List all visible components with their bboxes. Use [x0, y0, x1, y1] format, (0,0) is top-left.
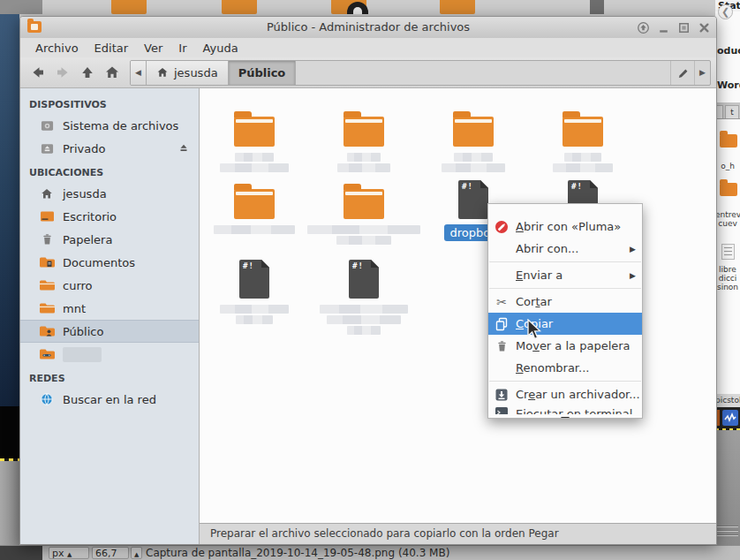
redacted-line	[307, 225, 420, 234]
sidebar-item-escritorio[interactable]: Escritorio	[20, 205, 199, 228]
back-icon[interactable]	[26, 61, 50, 85]
sidebar-item-buscar-en-la-red[interactable]: Buscar en la red	[20, 388, 199, 411]
redacted-line	[553, 163, 613, 172]
file-item-script[interactable]: #!	[314, 260, 413, 335]
redacted-label	[63, 347, 102, 362]
sidebar-item-privado[interactable]: Privado	[20, 137, 199, 160]
titlebar[interactable]: Público - Administrador de archivos	[20, 17, 716, 39]
context-menu-item-copiar[interactable]: Copiar	[488, 313, 642, 335]
desktop-wallpaper	[0, 14, 19, 406]
minimize-icon[interactable]	[656, 20, 670, 34]
sidebar-item-p-blico[interactable]: Público	[20, 320, 199, 343]
sidebar-item-redacted[interactable]	[20, 343, 199, 366]
breadcrumb-home-button[interactable]: jesusda	[147, 61, 229, 85]
script-badge: #!	[243, 261, 254, 270]
file-item-folder[interactable]	[424, 108, 523, 172]
context-menu-item-abrir-con-pluma[interactable]: Abrir con «Pluma»	[488, 216, 642, 238]
context-menu-item-renombrar[interactable]: Renombrar...	[488, 357, 642, 379]
menubar-item-archivo[interactable]: Archivo	[27, 40, 87, 57]
file-item-folder[interactable]	[205, 180, 304, 234]
folder-icon	[344, 117, 384, 147]
redacted-file-label	[214, 225, 295, 234]
background-folder-icon	[222, 0, 257, 14]
submenu-arrow-icon: ▶	[630, 245, 636, 254]
close-icon[interactable]	[697, 20, 711, 34]
screen: Status ❮ oduct Words t o_h entrev cuev l…	[0, 0, 740, 560]
script-badge: #!	[462, 182, 473, 191]
script-file-icon: #!	[239, 260, 269, 299]
breadcrumb: ◀ jesusda Público ▶	[130, 60, 711, 86]
sidebar-item-curro[interactable]: curro	[20, 274, 199, 297]
background-window-edge	[0, 461, 19, 545]
menubar-item-ver[interactable]: Ver	[136, 40, 170, 57]
eject-button[interactable]	[177, 141, 191, 155]
no-icon	[494, 242, 510, 256]
file-item-folder[interactable]	[314, 180, 413, 245]
trash-icon	[494, 339, 510, 353]
context-menu-item-mover-a-la-papelera[interactable]: Mover a la papelera	[488, 335, 642, 357]
menu-item-label: Abrir con «Pluma»	[516, 220, 621, 233]
sidebar-section-header: DISPOSITIVOS	[20, 92, 199, 114]
drive-icon	[39, 118, 55, 132]
redacted-line	[347, 326, 381, 335]
grip-ridge	[717, 526, 738, 527]
menu-item-label: Abrir con...	[516, 242, 578, 255]
redacted-line	[214, 225, 295, 234]
context-menu-item-abrir-con[interactable]: Abrir con...▶	[488, 238, 642, 260]
pluma-icon	[494, 220, 510, 234]
menubar-item-editar[interactable]: Editar	[87, 40, 137, 57]
toolbar: ◀ jesusda Público ▶	[20, 57, 716, 88]
sidebar-item-jesusda[interactable]: jesusda	[20, 182, 199, 205]
file-item-folder[interactable]	[314, 108, 413, 172]
menubar: ArchivoEditarVerIrAyuda	[20, 38, 716, 57]
spinner-arrow-icon[interactable]: ▲	[134, 551, 139, 558]
redacted-line	[336, 236, 391, 245]
menu-separator	[489, 288, 641, 289]
zoom-spinner[interactable]: ▲	[131, 547, 142, 559]
zoom-field[interactable]: 66,7 %	[92, 547, 129, 559]
menu-scroll-down[interactable]	[488, 414, 642, 419]
sidebar-item-documentos[interactable]: Documentos	[20, 251, 199, 274]
script-file-icon: #!	[458, 180, 488, 219]
spinner-arrow-icon[interactable]: ▲	[67, 551, 72, 558]
window-controls	[636, 20, 711, 34]
sidebar-item-label: jesusda	[63, 187, 107, 201]
unit-select[interactable]: px ▲	[49, 547, 89, 559]
up-icon[interactable]	[75, 61, 100, 85]
redacted-line	[320, 305, 408, 314]
context-menu-item-enviar-a[interactable]: Enviar a▶	[488, 264, 642, 286]
gimp-canvas-edge	[0, 406, 19, 458]
sidebar-item-mnt[interactable]: mnt	[20, 297, 199, 320]
file-item-script[interactable]: #!	[205, 260, 304, 324]
sidebar-item-sistema-de-archivos[interactable]: Sistema de archivos	[20, 114, 199, 137]
context-menu-item-ejecutar-en-terminal[interactable]: Ejecutar en terminal	[488, 405, 642, 414]
trash-icon	[39, 232, 55, 246]
menubar-item-ir[interactable]: Ir	[170, 40, 194, 57]
breadcrumb-current-button[interactable]: Público	[229, 61, 297, 85]
background-tab-bar: t	[715, 102, 740, 119]
folder-public-icon	[39, 324, 55, 338]
background-file-label: o_h	[715, 162, 740, 170]
maximize-icon[interactable]	[676, 20, 691, 34]
gimp-file-info: Captura de pantalla_2019-10-14_19-05-48.…	[146, 547, 449, 560]
menu-item-label: Crear un archivador...	[516, 388, 640, 401]
sidebar-item-papelera[interactable]: Papelera	[20, 228, 199, 251]
context-menu-item-cortar[interactable]: ✂Cortar	[488, 291, 642, 313]
script-badge: #!	[571, 182, 583, 191]
file-item-folder[interactable]	[205, 108, 304, 172]
chevron-right-icon[interactable]: ▶	[694, 61, 710, 85]
redacted-file-label	[220, 153, 289, 172]
file-item-folder[interactable]	[533, 108, 632, 172]
chevron-left-icon[interactable]: ◀	[131, 61, 147, 85]
menubar-item-ayuda[interactable]: Ayuda	[195, 40, 246, 57]
forward-icon[interactable]	[50, 61, 75, 85]
home-icon[interactable]	[100, 61, 125, 85]
shade-icon[interactable]	[636, 20, 650, 34]
script-badge: #!	[352, 261, 364, 270]
background-folder-icon	[111, 0, 147, 14]
context-menu-item-crear-un-archivador[interactable]: Crear un archivador...	[488, 383, 642, 405]
folder-icon	[453, 117, 494, 147]
redacted-line	[235, 153, 274, 162]
pencil-icon[interactable]	[670, 61, 694, 85]
redacted-file-label	[337, 153, 390, 172]
